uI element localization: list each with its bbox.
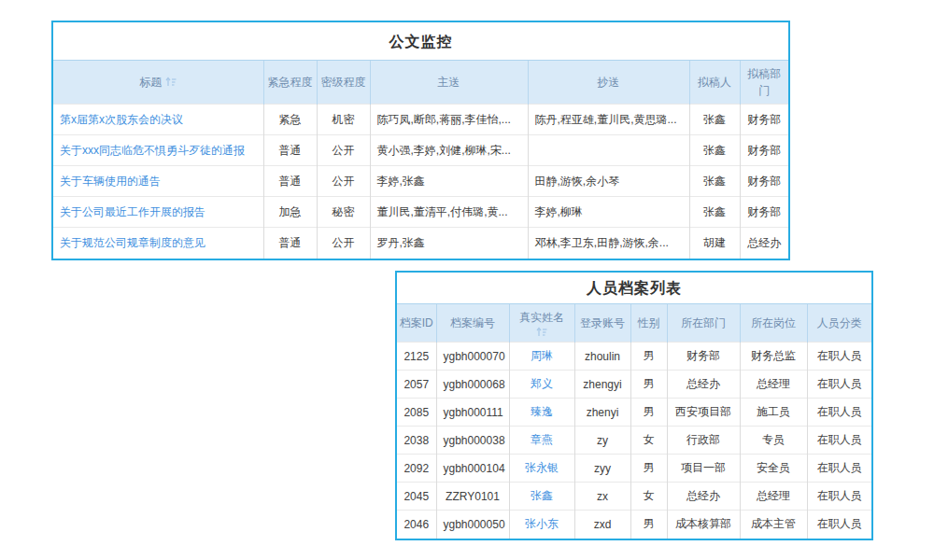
table-cell: 男 (630, 511, 667, 539)
table-row: 2085ygbh000111臻逸zhenyi男西安项目部施工员在职人员 (397, 399, 871, 427)
doc-title-link[interactable]: 关于公司最近工作开展的报告 (60, 205, 205, 218)
table-cell: ZZRY0101 (436, 483, 509, 511)
table-cell: 2038 (397, 427, 436, 455)
table-cell: 张鑫 (509, 483, 574, 511)
table-cell: 在职人员 (807, 371, 871, 399)
table-cell: 公开 (317, 135, 370, 166)
person-name-link[interactable]: 张永银 (525, 461, 559, 474)
table-cell: ygbh000070 (436, 343, 509, 371)
table-cell: 专员 (740, 427, 807, 455)
table-cell: 李婷,柳琳 (528, 197, 689, 228)
table-cell: 关于规范公司规章制度的意见 (53, 228, 263, 259)
column-header-position: 所在岗位 (740, 304, 807, 343)
table-cell: 普通 (263, 166, 317, 197)
table-cell: 陈巧凤,断郎,蒋丽,李佳怡,... (370, 105, 528, 135)
table-cell: 关于车辆使用的通告 (53, 166, 263, 197)
table-cell: 加急 (263, 197, 317, 228)
person-name-link[interactable]: 张鑫 (531, 489, 553, 502)
table-cell: 郑义 (509, 371, 574, 399)
table-cell: 男 (630, 343, 667, 371)
table-cell: 普通 (263, 135, 317, 166)
table-cell: 紧急 (263, 105, 317, 135)
table-row: 关于规范公司规章制度的意见普通公开罗丹,张鑫邓林,李卫东,田静,游恢,余...胡… (53, 228, 788, 259)
table-cell: 2045 (397, 483, 436, 511)
column-header-draft-dept: 拟稿部门 (740, 61, 788, 105)
column-header-urgency: 紧急程度 (263, 61, 317, 105)
doc-title-link[interactable]: 关于车辆使用的通告 (60, 175, 161, 188)
table-header-row: 档案ID 档案编号 真实姓名 登录账号 性别 所在部门 所在岗位 人员分类 (397, 304, 871, 343)
table-cell: zxd (574, 511, 630, 539)
table-cell: 财务部 (740, 197, 788, 228)
table-cell: 男 (630, 399, 667, 427)
table-cell: zhoulin (574, 343, 630, 371)
table-header-row: 标题 紧急程度 密级程度 主送 抄送 拟稿人 拟稿部门 (53, 61, 788, 105)
table-cell: 张鑫 (689, 197, 740, 228)
table-cell: 总经办 (740, 228, 788, 259)
table-row: 关于车辆使用的通告普通公开李婷,张鑫田静,游恢,余小琴张鑫财务部 (53, 166, 788, 197)
table-cell: 财务部 (667, 343, 740, 371)
sort-icon[interactable] (165, 75, 177, 91)
column-header-secrecy: 密级程度 (317, 61, 370, 105)
table-cell: 总经理 (740, 371, 807, 399)
table-cell: 财务部 (740, 166, 788, 197)
table-row: 2038ygbh000038章燕zy女行政部专员在职人员 (397, 427, 871, 455)
person-name-link[interactable]: 郑义 (531, 377, 553, 390)
column-header-department: 所在部门 (667, 304, 740, 343)
table-cell: zy (574, 427, 630, 455)
table-cell: 胡建 (689, 228, 740, 259)
table-cell: zx (574, 483, 630, 511)
table-cell: 关于公司最近工作开展的报告 (53, 197, 263, 228)
person-name-link[interactable]: 张小东 (525, 517, 559, 530)
column-header-drafter: 拟稿人 (689, 61, 740, 105)
table-cell: 女 (630, 427, 667, 455)
table-row: 2092ygbh000104张永银zyy男项目一部安全员在职人员 (397, 455, 871, 483)
table-cell: ygbh000068 (436, 371, 509, 399)
column-header-gender: 性别 (630, 304, 667, 343)
table-cell: 臻逸 (509, 399, 574, 427)
column-header-label: 真实姓名 (519, 311, 564, 324)
table-cell: ygbh000038 (436, 427, 509, 455)
table-cell: 2046 (397, 511, 436, 539)
table-cell: 财务总监 (740, 343, 807, 371)
panel-title: 人员档案列表 (397, 273, 871, 304)
table-cell: 公开 (317, 166, 370, 197)
table-cell: 2125 (397, 343, 436, 371)
table-cell: 男 (630, 455, 667, 483)
person-name-link[interactable]: 章燕 (531, 433, 553, 446)
table-cell: 在职人员 (807, 455, 871, 483)
table-cell: 在职人员 (807, 343, 871, 371)
table-cell: 张鑫 (689, 166, 740, 197)
column-header-real-name[interactable]: 真实姓名 (509, 304, 574, 343)
table-cell: 陈丹,程亚雄,董川民,黄思璐... (528, 105, 689, 135)
table-cell: 张鑫 (689, 135, 740, 166)
table-cell: 周琳 (509, 343, 574, 371)
doc-title-link[interactable]: 关于规范公司规章制度的意见 (60, 236, 205, 249)
table-cell: 张小东 (509, 511, 574, 539)
sort-icon[interactable] (512, 327, 573, 337)
table-row: 2046ygbh000050张小东zxd男成本核算部成本主管在职人员 (397, 511, 871, 539)
table-cell: 秘密 (317, 197, 370, 228)
table-row: 第x届第x次股东会的决议紧急机密陈巧凤,断郎,蒋丽,李佳怡,...陈丹,程亚雄,… (53, 105, 788, 135)
table-cell: ygbh000111 (436, 399, 509, 427)
dashboard-canvas: 公文监控 标题 紧急程度 密级程度 主送 抄送 拟稿人 拟稿部门 (0, 0, 934, 560)
table-cell: 黄小强,李婷,刘健,柳琳,宋... (370, 135, 528, 166)
table-cell: 安全员 (740, 455, 807, 483)
table-cell: zhenyi (574, 399, 630, 427)
table-cell: 张鑫 (689, 105, 740, 135)
table-cell: 罗丹,张鑫 (370, 228, 528, 259)
column-header-archive-id: 档案ID (397, 304, 436, 343)
doc-title-link[interactable]: 关于xxx同志临危不惧勇斗歹徒的通报 (60, 144, 245, 157)
table-cell: ygbh000050 (436, 511, 509, 539)
person-name-link[interactable]: 周琳 (531, 349, 553, 362)
table-row: 关于xxx同志临危不惧勇斗歹徒的通报普通公开黄小强,李婷,刘健,柳琳,宋...张… (53, 135, 788, 166)
column-header-title[interactable]: 标题 (53, 61, 263, 105)
person-name-link[interactable]: 臻逸 (531, 405, 553, 418)
table-cell: 施工员 (740, 399, 807, 427)
table-cell: 女 (630, 483, 667, 511)
doc-title-link[interactable]: 第x届第x次股东会的决议 (60, 113, 183, 126)
table-cell: 财务部 (740, 135, 788, 166)
column-header-archive-no: 档案编号 (436, 304, 509, 343)
doc-monitor-table: 标题 紧急程度 密级程度 主送 抄送 拟稿人 拟稿部门 第x届第x次股东会的决议… (53, 61, 788, 259)
table-row: 2057ygbh000068郑义zhengyi男总经办总经理在职人员 (397, 371, 871, 399)
table-cell: 在职人员 (807, 427, 871, 455)
